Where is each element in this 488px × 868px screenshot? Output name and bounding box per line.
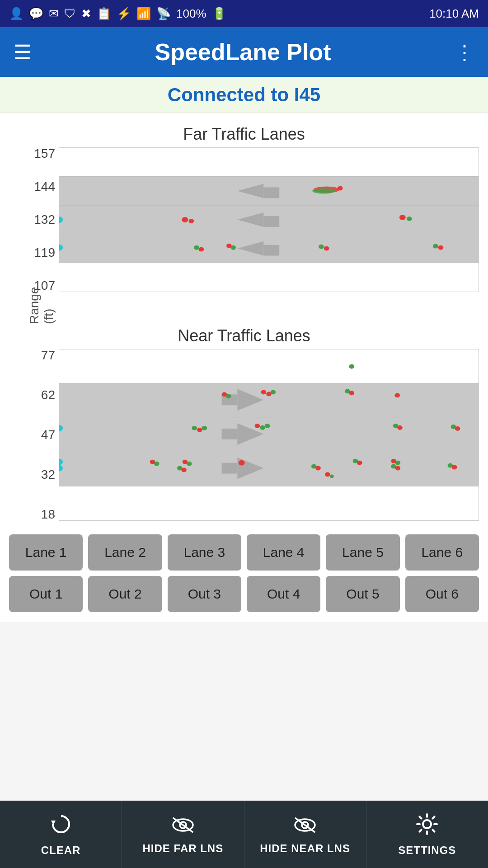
connection-text: Connected to I45 — [168, 84, 320, 106]
hide-near-icon — [293, 814, 317, 838]
out-button-row: Out 1 Out 2 Out 3 Out 4 Out 5 Out 6 — [9, 576, 479, 612]
svg-rect-39 — [59, 384, 479, 418]
out-5-button[interactable]: Out 5 — [326, 576, 399, 612]
far-traffic-title: Far Traffic Lanes — [9, 125, 479, 144]
battery-text: 100% — [176, 7, 206, 21]
lane-button-row: Lane 1 Lane 2 Lane 3 Lane 4 Lane 5 Lane … — [9, 534, 479, 571]
near-y-ticks-chart: 77 62 47 32 18 — [27, 349, 479, 521]
svg-point-84 — [181, 468, 187, 472]
svg-point-79 — [357, 461, 362, 465]
shield-icon: 🛡 — [64, 7, 76, 21]
app-title: SpeedLane Plot — [155, 38, 331, 66]
close-icon: ✖ — [81, 7, 91, 21]
wifi-icon: 📶 — [136, 7, 151, 21]
clipboard-icon: 📋 — [97, 7, 111, 21]
svg-rect-17 — [263, 245, 279, 256]
svg-rect-40 — [59, 418, 479, 452]
far-chart-area — [59, 147, 479, 292]
svg-point-31 — [324, 246, 329, 251]
svg-rect-49 — [222, 429, 238, 439]
svg-point-30 — [319, 245, 324, 249]
status-bar: 👤 💬 ✉ 🛡 ✖ 📋 ⚡ 📶 📡 100% 🔋 10:10 AM — [0, 0, 488, 27]
out-1-button[interactable]: Out 1 — [9, 576, 83, 612]
svg-point-60 — [349, 391, 354, 396]
lane-1-button[interactable]: Lane 1 — [9, 534, 83, 571]
near-tick-32: 32 — [41, 468, 55, 481]
near-chart-wrapper: 77 62 47 32 18 — [9, 349, 479, 521]
svg-point-62 — [192, 426, 197, 430]
svg-point-67 — [265, 424, 270, 428]
hamburger-menu-icon[interactable]: ☰ — [14, 41, 31, 64]
settings-nav-item[interactable]: SETTINGS — [366, 801, 488, 868]
far-y-ticks-chart: 157 144 132 119 107 — [27, 147, 479, 292]
svg-marker-94 — [51, 821, 56, 825]
far-chart-wrapper: 157 144 132 119 107 — [9, 147, 479, 292]
svg-point-29 — [230, 245, 236, 250]
svg-rect-51 — [222, 463, 238, 474]
hide-near-label: HIDE NEAR LNS — [260, 842, 350, 855]
svg-rect-41 — [59, 452, 479, 486]
more-options-icon[interactable]: ⋮ — [455, 41, 474, 64]
near-tick-47: 47 — [41, 429, 55, 441]
app-bar: ☰ SpeedLane Plot ⋮ — [0, 27, 488, 77]
y-axis-label: Range (ft) — [27, 292, 56, 319]
far-tick-132: 132 — [34, 213, 55, 226]
out-2-button[interactable]: Out 2 — [88, 576, 162, 612]
lane-5-button[interactable]: Lane 5 — [326, 534, 399, 571]
svg-point-71 — [455, 426, 460, 431]
out-6-button[interactable]: Out 6 — [405, 576, 479, 612]
clear-icon — [49, 812, 73, 840]
svg-point-58 — [270, 390, 276, 395]
hide-near-nav-item[interactable]: HIDE NEAR LNS — [244, 801, 366, 868]
svg-point-53 — [349, 364, 354, 369]
svg-point-32 — [433, 244, 438, 249]
connection-banner: Connected to I45 — [0, 77, 488, 113]
svg-point-20 — [338, 186, 343, 190]
svg-point-19 — [312, 188, 335, 193]
lane-2-button[interactable]: Lane 2 — [88, 534, 162, 571]
svg-point-65 — [255, 424, 260, 428]
svg-point-64 — [202, 426, 207, 430]
svg-point-77 — [239, 460, 245, 466]
svg-point-88 — [330, 475, 334, 478]
svg-rect-7 — [59, 263, 479, 292]
clear-label: CLEAR — [41, 844, 81, 857]
svg-rect-15 — [263, 216, 279, 227]
near-traffic-title: Near Traffic Lanes — [9, 326, 479, 345]
buttons-container: Lane 1 Lane 2 Lane 3 Lane 4 Lane 5 Lane … — [0, 525, 488, 622]
bottom-nav: CLEAR HIDE FAR LNS HIDE NEAR LNS — [0, 801, 488, 868]
svg-point-86 — [315, 466, 321, 471]
clear-nav-item[interactable]: CLEAR — [0, 801, 122, 868]
svg-rect-38 — [59, 349, 479, 384]
svg-point-56 — [261, 390, 267, 395]
lane-3-button[interactable]: Lane 3 — [168, 534, 241, 571]
status-icons: 👤 💬 ✉ 🛡 ✖ 📋 ⚡ 📶 📡 100% 🔋 — [9, 7, 226, 21]
svg-point-87 — [325, 472, 330, 477]
svg-point-33 — [438, 245, 444, 250]
svg-rect-13 — [263, 187, 279, 198]
status-time: 10:10 AM — [429, 7, 479, 21]
far-y-ticks: 157 144 132 119 107 — [27, 147, 59, 292]
near-tick-18: 18 — [41, 508, 55, 521]
lane-6-button[interactable]: Lane 6 — [405, 534, 479, 571]
svg-point-22 — [189, 219, 194, 223]
svg-point-69 — [397, 425, 403, 430]
plot-container: Far Traffic Lanes 157 144 132 119 107 — [0, 113, 488, 525]
settings-icon — [415, 812, 439, 840]
svg-point-26 — [194, 245, 199, 250]
svg-rect-42 — [59, 486, 479, 520]
near-y-ticks: 77 62 47 32 18 — [27, 349, 59, 521]
hide-far-nav-item[interactable]: HIDE FAR LNS — [122, 801, 244, 868]
far-chart-svg — [59, 148, 479, 292]
svg-point-76 — [187, 462, 192, 466]
out-4-button[interactable]: Out 4 — [247, 576, 320, 612]
person-icon: 👤 — [9, 7, 23, 21]
svg-point-74 — [154, 462, 160, 466]
settings-label: SETTINGS — [398, 844, 456, 857]
hide-far-label: HIDE FAR LNS — [143, 842, 224, 855]
out-3-button[interactable]: Out 3 — [168, 576, 241, 612]
lane-4-button[interactable]: Lane 4 — [247, 534, 320, 571]
signal-icon: 📡 — [156, 7, 171, 21]
near-chart-svg — [59, 349, 479, 520]
mail-icon: ✉ — [49, 7, 59, 21]
